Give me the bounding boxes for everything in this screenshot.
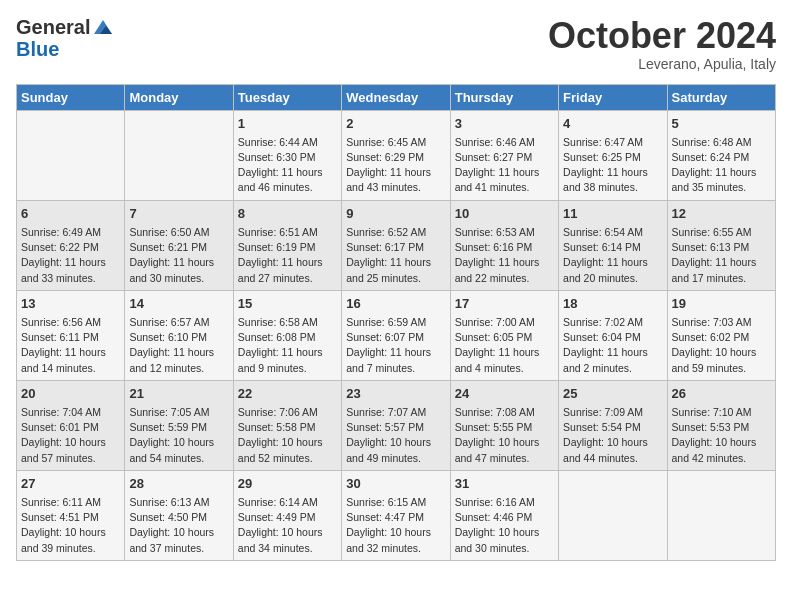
day-number: 2 <box>346 115 445 133</box>
calendar-cell: 13Sunrise: 6:56 AMSunset: 6:11 PMDayligh… <box>17 290 125 380</box>
day-info: Sunrise: 6:44 AMSunset: 6:30 PMDaylight:… <box>238 135 337 196</box>
day-info: Sunrise: 6:11 AMSunset: 4:51 PMDaylight:… <box>21 495 120 556</box>
calendar-cell: 24Sunrise: 7:08 AMSunset: 5:55 PMDayligh… <box>450 380 558 470</box>
weekday-header-saturday: Saturday <box>667 84 775 110</box>
day-number: 28 <box>129 475 228 493</box>
weekday-header-thursday: Thursday <box>450 84 558 110</box>
calendar-cell: 5Sunrise: 6:48 AMSunset: 6:24 PMDaylight… <box>667 110 775 200</box>
day-info: Sunrise: 7:07 AMSunset: 5:57 PMDaylight:… <box>346 405 445 466</box>
day-info: Sunrise: 6:14 AMSunset: 4:49 PMDaylight:… <box>238 495 337 556</box>
day-number: 11 <box>563 205 662 223</box>
day-number: 19 <box>672 295 771 313</box>
weekday-header-tuesday: Tuesday <box>233 84 341 110</box>
day-number: 3 <box>455 115 554 133</box>
day-number: 13 <box>21 295 120 313</box>
day-number: 29 <box>238 475 337 493</box>
calendar-week-3: 13Sunrise: 6:56 AMSunset: 6:11 PMDayligh… <box>17 290 776 380</box>
calendar-cell <box>125 110 233 200</box>
calendar-cell: 16Sunrise: 6:59 AMSunset: 6:07 PMDayligh… <box>342 290 450 380</box>
calendar-cell: 8Sunrise: 6:51 AMSunset: 6:19 PMDaylight… <box>233 200 341 290</box>
day-info: Sunrise: 6:13 AMSunset: 4:50 PMDaylight:… <box>129 495 228 556</box>
day-info: Sunrise: 6:55 AMSunset: 6:13 PMDaylight:… <box>672 225 771 286</box>
calendar-cell: 19Sunrise: 7:03 AMSunset: 6:02 PMDayligh… <box>667 290 775 380</box>
day-info: Sunrise: 7:03 AMSunset: 6:02 PMDaylight:… <box>672 315 771 376</box>
calendar-cell: 10Sunrise: 6:53 AMSunset: 6:16 PMDayligh… <box>450 200 558 290</box>
day-info: Sunrise: 6:16 AMSunset: 4:46 PMDaylight:… <box>455 495 554 556</box>
day-info: Sunrise: 6:52 AMSunset: 6:17 PMDaylight:… <box>346 225 445 286</box>
calendar-cell: 3Sunrise: 6:46 AMSunset: 6:27 PMDaylight… <box>450 110 558 200</box>
day-number: 18 <box>563 295 662 313</box>
page-header: General Blue October 2024 Leverano, Apul… <box>16 16 776 72</box>
calendar-cell: 7Sunrise: 6:50 AMSunset: 6:21 PMDaylight… <box>125 200 233 290</box>
calendar-cell: 17Sunrise: 7:00 AMSunset: 6:05 PMDayligh… <box>450 290 558 380</box>
calendar-cell: 18Sunrise: 7:02 AMSunset: 6:04 PMDayligh… <box>559 290 667 380</box>
weekday-header-wednesday: Wednesday <box>342 84 450 110</box>
day-number: 12 <box>672 205 771 223</box>
calendar-week-1: 1Sunrise: 6:44 AMSunset: 6:30 PMDaylight… <box>17 110 776 200</box>
month-title: October 2024 <box>548 16 776 56</box>
calendar-cell: 15Sunrise: 6:58 AMSunset: 6:08 PMDayligh… <box>233 290 341 380</box>
day-number: 5 <box>672 115 771 133</box>
weekday-header-sunday: Sunday <box>17 84 125 110</box>
day-number: 1 <box>238 115 337 133</box>
day-number: 21 <box>129 385 228 403</box>
day-info: Sunrise: 6:59 AMSunset: 6:07 PMDaylight:… <box>346 315 445 376</box>
day-info: Sunrise: 6:15 AMSunset: 4:47 PMDaylight:… <box>346 495 445 556</box>
day-number: 20 <box>21 385 120 403</box>
calendar-cell: 28Sunrise: 6:13 AMSunset: 4:50 PMDayligh… <box>125 470 233 560</box>
calendar-cell <box>667 470 775 560</box>
weekday-header-monday: Monday <box>125 84 233 110</box>
calendar-cell: 29Sunrise: 6:14 AMSunset: 4:49 PMDayligh… <box>233 470 341 560</box>
day-info: Sunrise: 6:53 AMSunset: 6:16 PMDaylight:… <box>455 225 554 286</box>
day-number: 26 <box>672 385 771 403</box>
title-area: October 2024 Leverano, Apulia, Italy <box>548 16 776 72</box>
day-info: Sunrise: 6:48 AMSunset: 6:24 PMDaylight:… <box>672 135 771 196</box>
day-info: Sunrise: 6:56 AMSunset: 6:11 PMDaylight:… <box>21 315 120 376</box>
calendar-cell: 6Sunrise: 6:49 AMSunset: 6:22 PMDaylight… <box>17 200 125 290</box>
calendar-cell: 26Sunrise: 7:10 AMSunset: 5:53 PMDayligh… <box>667 380 775 470</box>
calendar-cell: 25Sunrise: 7:09 AMSunset: 5:54 PMDayligh… <box>559 380 667 470</box>
day-info: Sunrise: 6:50 AMSunset: 6:21 PMDaylight:… <box>129 225 228 286</box>
day-info: Sunrise: 7:05 AMSunset: 5:59 PMDaylight:… <box>129 405 228 466</box>
day-number: 10 <box>455 205 554 223</box>
calendar-cell: 23Sunrise: 7:07 AMSunset: 5:57 PMDayligh… <box>342 380 450 470</box>
day-info: Sunrise: 6:57 AMSunset: 6:10 PMDaylight:… <box>129 315 228 376</box>
calendar-cell: 20Sunrise: 7:04 AMSunset: 6:01 PMDayligh… <box>17 380 125 470</box>
day-number: 7 <box>129 205 228 223</box>
calendar-cell: 30Sunrise: 6:15 AMSunset: 4:47 PMDayligh… <box>342 470 450 560</box>
day-info: Sunrise: 6:49 AMSunset: 6:22 PMDaylight:… <box>21 225 120 286</box>
day-number: 17 <box>455 295 554 313</box>
calendar-cell: 12Sunrise: 6:55 AMSunset: 6:13 PMDayligh… <box>667 200 775 290</box>
calendar-cell: 9Sunrise: 6:52 AMSunset: 6:17 PMDaylight… <box>342 200 450 290</box>
day-number: 22 <box>238 385 337 403</box>
calendar-cell: 4Sunrise: 6:47 AMSunset: 6:25 PMDaylight… <box>559 110 667 200</box>
weekday-header-friday: Friday <box>559 84 667 110</box>
calendar-week-4: 20Sunrise: 7:04 AMSunset: 6:01 PMDayligh… <box>17 380 776 470</box>
day-number: 31 <box>455 475 554 493</box>
day-number: 24 <box>455 385 554 403</box>
day-number: 23 <box>346 385 445 403</box>
day-info: Sunrise: 7:08 AMSunset: 5:55 PMDaylight:… <box>455 405 554 466</box>
day-number: 27 <box>21 475 120 493</box>
calendar-cell: 21Sunrise: 7:05 AMSunset: 5:59 PMDayligh… <box>125 380 233 470</box>
day-info: Sunrise: 6:54 AMSunset: 6:14 PMDaylight:… <box>563 225 662 286</box>
calendar-table: SundayMondayTuesdayWednesdayThursdayFrid… <box>16 84 776 561</box>
day-info: Sunrise: 6:51 AMSunset: 6:19 PMDaylight:… <box>238 225 337 286</box>
calendar-cell: 22Sunrise: 7:06 AMSunset: 5:58 PMDayligh… <box>233 380 341 470</box>
location-subtitle: Leverano, Apulia, Italy <box>548 56 776 72</box>
weekday-header-row: SundayMondayTuesdayWednesdayThursdayFrid… <box>17 84 776 110</box>
day-number: 14 <box>129 295 228 313</box>
day-number: 6 <box>21 205 120 223</box>
day-info: Sunrise: 6:47 AMSunset: 6:25 PMDaylight:… <box>563 135 662 196</box>
day-info: Sunrise: 6:58 AMSunset: 6:08 PMDaylight:… <box>238 315 337 376</box>
logo-icon <box>92 18 114 36</box>
day-number: 30 <box>346 475 445 493</box>
calendar-cell: 27Sunrise: 6:11 AMSunset: 4:51 PMDayligh… <box>17 470 125 560</box>
calendar-cell: 11Sunrise: 6:54 AMSunset: 6:14 PMDayligh… <box>559 200 667 290</box>
day-info: Sunrise: 6:46 AMSunset: 6:27 PMDaylight:… <box>455 135 554 196</box>
day-info: Sunrise: 7:06 AMSunset: 5:58 PMDaylight:… <box>238 405 337 466</box>
day-info: Sunrise: 7:00 AMSunset: 6:05 PMDaylight:… <box>455 315 554 376</box>
day-info: Sunrise: 7:10 AMSunset: 5:53 PMDaylight:… <box>672 405 771 466</box>
calendar-cell: 2Sunrise: 6:45 AMSunset: 6:29 PMDaylight… <box>342 110 450 200</box>
calendar-cell: 31Sunrise: 6:16 AMSunset: 4:46 PMDayligh… <box>450 470 558 560</box>
